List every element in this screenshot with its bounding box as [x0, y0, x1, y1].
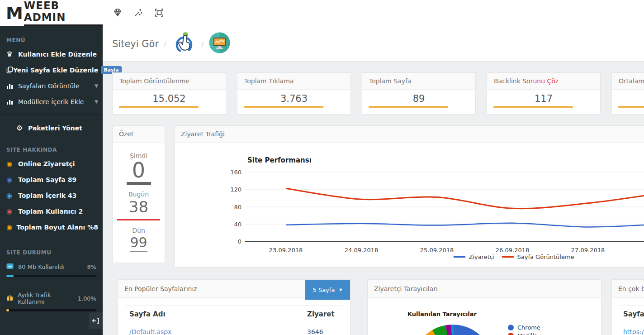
chart-legend: Ziyaretçi Sayfa Görüntüleme [453, 254, 574, 260]
table-row: /Default.aspx 3646 [125, 323, 343, 335]
traffic-panel-title: Ziyaret Trafiği [175, 126, 644, 143]
summary-panel: Özet Şimdi 0 Bugün 38 Dün 99 [112, 125, 165, 263]
traffic-usage-block: Ayılık Trafik Kullanımı 1.00% [0, 287, 103, 311]
stat-value: 3.763 [237, 93, 350, 105]
x-tick: 27.09.2018 [571, 247, 605, 254]
page-count-dropdown[interactable]: 5 Sayfa ▼ [305, 280, 350, 300]
circle-dot-icon: ◉ [6, 160, 18, 168]
circle-dot-icon: ◉ [6, 176, 18, 184]
external-link[interactable]: https://w [623, 328, 644, 335]
crown-icon: ♛ [6, 50, 18, 58]
sidebar-section-site-durumu: SITE DURUMU [0, 235, 103, 258]
brand-title: WEEB ADMIN [24, 0, 103, 26]
sidebar-section-site-hakkinda: SITE HAKKINDA [0, 136, 103, 156]
column-sayfa-adi: Sayfa Adı [129, 310, 307, 318]
logo: M WEEB ADMIN [0, 0, 103, 26]
sidebar-item-toplam-kullanici[interactable]: ◉ Toplam Kullanıcı 2 [0, 203, 103, 219]
column-ziyaret: Ziyaret [307, 310, 335, 318]
sidebar-item-sayfalari-goruntule[interactable]: Sayfaları Görüntüle ▼ [0, 78, 103, 94]
visit-count: 3646 [307, 328, 323, 335]
ziyaretci-line [286, 223, 644, 227]
traffic-usage-label: Ayılık Trafik Kullanımı [18, 292, 78, 305]
y-tick: 120 [230, 186, 242, 193]
links-panel-title: En çok bağ [612, 280, 644, 298]
sidebar-item-online-ziyaretci[interactable]: ◉ Online Ziyaretçi [0, 156, 103, 172]
x-tick: 23.09.2018 [269, 247, 303, 254]
collapse-sidebar-button[interactable] [89, 312, 103, 329]
sidebar-item-toplam-icerik[interactable]: ◉ Toplam İçerik 43 [0, 187, 103, 203]
caret-down-icon: ▼ [339, 288, 342, 292]
sidebar-item-modullere-icerik[interactable]: Modüllere İçerik Ekle ▼ [0, 94, 103, 110]
top-links-panel: En çok bağ Sayfa Ad https://w [611, 279, 644, 335]
chart-title: Site Performansı [247, 156, 312, 164]
legend-label: Chrome [517, 324, 540, 331]
legend-dot [508, 333, 514, 335]
stat-card-goruntulenme: Toplam Görüntülenme 15.052 [112, 72, 226, 115]
stat-value: 89 [362, 93, 475, 105]
stat-card-tiklama: Toplam Tıklama 3.763 [237, 72, 351, 115]
y-tick: 0 [238, 238, 242, 245]
traffic-panel: Ziyaret Trafiği Site Performansı 160 120… [174, 125, 644, 268]
logo-m-icon: M [6, 5, 22, 22]
x-tick: 25.09.2018 [420, 247, 454, 254]
bar-chart-icon [6, 83, 18, 89]
legend-label: Mozilla [517, 332, 538, 335]
sidebar-item-toplam-boyut[interactable]: ◉ Toplam Boyut Alanı %8 [0, 219, 103, 235]
chevron-down-icon: ▼ [95, 99, 98, 104]
sidebar-item-toplam-sayfa[interactable]: ◉ Toplam Sayfa 89 [0, 172, 103, 187]
sidebar-section-menu: MENÜ [0, 26, 103, 46]
stat-underline-bar [493, 106, 573, 108]
yesterday-label: Dün [113, 227, 165, 234]
stat-value: 117 [487, 93, 600, 105]
y-tick: 160 [230, 169, 242, 176]
hand-click-icon[interactable] [172, 31, 196, 57]
stat-underline-bar [244, 106, 323, 108]
y-tick: 80 [234, 204, 242, 211]
main-content: Siteyi Gör / / [103, 26, 644, 335]
traffic-usage-progressbar [6, 309, 96, 311]
stat-card-sayfa: Toplam Sayfa 89 [362, 72, 476, 115]
legend-dot [508, 325, 514, 330]
sidebar-divider [0, 114, 103, 115]
y-tick: 40 [234, 221, 242, 228]
legend-swatch [502, 256, 514, 258]
sidebar-item-kullanici-ekle[interactable]: ♛ Kullanıcı Ekle Düzenle [0, 46, 103, 62]
x-tick: 26.09.2018 [496, 247, 529, 254]
monitor-stats-icon[interactable] [209, 32, 230, 55]
pie-chart-title: Kullanılan Tarayıcılar [407, 311, 477, 317]
line-chart: Site Performansı 160 120 80 40 0 23.09.2… [175, 143, 644, 268]
stat-underline-bar [119, 106, 199, 108]
magic-wand-icon[interactable] [133, 8, 144, 19]
sidebar: MENÜ ♛ Kullanıcı Ekle Düzenle Yeni Sayfa… [0, 26, 103, 335]
inbox-icon [6, 263, 18, 271]
gift-icon [6, 295, 18, 302]
page-link[interactable]: /Default.aspx [129, 328, 307, 335]
today-label: Bugün [113, 191, 165, 198]
popular-pages-panel: En Popüler Sayfalarınız 5 Sayfa ▼ Sayfa … [118, 279, 350, 335]
circle-dot-icon: ◉ [6, 223, 17, 231]
column-sayfa-ad: Sayfa Ad [623, 310, 644, 318]
circle-dot-icon: ◉ [6, 207, 18, 215]
stat-cards-row: Toplam Görüntülenme 15.052 Toplam Tıklam… [112, 72, 644, 115]
browsers-pie-chart [412, 325, 493, 335]
fullscreen-icon[interactable] [154, 8, 165, 19]
stat-value [612, 93, 644, 105]
stat-underline-bar [369, 106, 448, 108]
sidebar-item-paketleri-yonet[interactable]: ⚙ Paketleri Yönet [0, 120, 103, 136]
backlink-alert-link[interactable]: Sorunu Çöz [522, 77, 559, 85]
x-tick: 24.09.2018 [345, 247, 378, 254]
browsers-panel: Ziyaretçi Tarayıcıları Kullanılan Tarayı… [367, 279, 601, 335]
logout-icon [92, 317, 99, 325]
popular-pages-table: Sayfa Adı Ziyaret /Default.aspx 3646 [125, 305, 343, 335]
stat-underline-bar [618, 106, 644, 108]
circle-dot-icon: ◉ [6, 191, 18, 200]
gear-icon: ⚙ [16, 124, 28, 132]
stat-card-ortalama: Ortalama [611, 72, 644, 115]
disk-usage-progressbar [6, 275, 96, 277]
gem-icon[interactable] [113, 8, 123, 19]
sayfa-goruntuleme-line [286, 188, 644, 208]
breadcrumb: Siteyi Gör / / [103, 26, 644, 61]
legend-swatch [453, 256, 465, 258]
traffic-usage-value: 1.00% [78, 295, 96, 302]
sidebar-item-yeni-sayfa[interactable]: Yeni Sayfa Ekle Düzenle Başla [0, 62, 103, 78]
